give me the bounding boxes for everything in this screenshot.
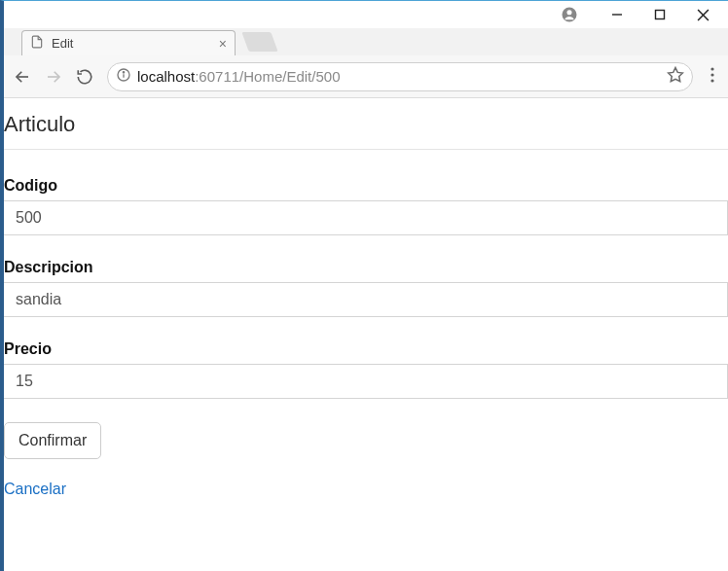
svg-point-10 [123,72,124,73]
browser-menu-button[interactable] [707,67,718,86]
field-precio: Precio [4,340,728,399]
page-title: Articulo [4,106,728,149]
codigo-label: Codigo [4,177,728,195]
back-button[interactable] [14,68,31,86]
page-content: Articulo Codigo Descripcion Precio Confi… [4,98,728,498]
reload-button[interactable] [76,68,93,86]
codigo-input[interactable] [4,200,728,235]
browser-tabstrip: Edit × [4,28,728,55]
browser-tab[interactable]: Edit × [21,30,236,55]
tab-close-icon[interactable]: × [219,37,227,51]
profile-icon[interactable] [551,6,588,23]
url-path: :60711/Home/Edit/500 [195,68,340,85]
new-tab-button[interactable] [241,32,277,52]
descripcion-label: Descripcion [4,259,728,276]
url-text: localhost:60711/Home/Edit/500 [137,68,340,85]
svg-point-14 [710,79,713,82]
field-descripcion: Descripcion [4,259,728,317]
svg-point-12 [710,67,713,70]
precio-input[interactable] [4,364,728,399]
svg-point-1 [566,10,571,15]
svg-point-13 [710,73,713,76]
address-bar[interactable]: localhost:60711/Home/Edit/500 [107,62,693,91]
window-maximize-button[interactable] [638,3,681,26]
divider [4,149,728,150]
url-host: localhost [137,68,195,85]
confirm-button[interactable]: Confirmar [4,422,101,459]
window-titlebar [4,1,728,28]
bookmark-icon[interactable] [667,66,684,87]
svg-marker-11 [669,68,683,82]
forward-button[interactable] [45,68,62,86]
precio-label: Precio [4,340,728,358]
site-info-icon[interactable] [116,67,131,86]
browser-toolbar: localhost:60711/Home/Edit/500 [4,55,728,98]
cancel-link[interactable]: Cancelar [4,481,66,498]
window-close-button[interactable] [681,3,724,26]
descripcion-input[interactable] [4,282,728,317]
field-codigo: Codigo [4,177,728,235]
tab-title: Edit [52,36,73,51]
svg-rect-3 [656,11,665,19]
window-minimize-button[interactable] [596,3,638,26]
document-icon [30,35,44,52]
